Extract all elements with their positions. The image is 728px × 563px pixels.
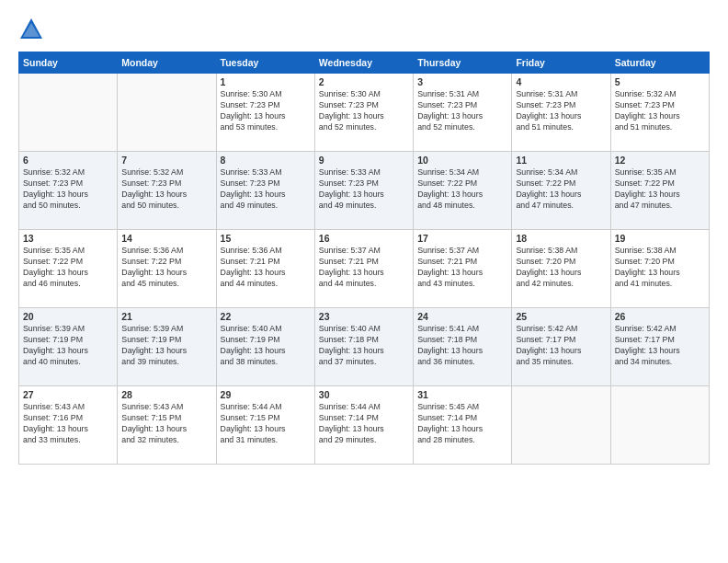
day-cell: 22Sunrise: 5:40 AM Sunset: 7:19 PM Dayli… bbox=[216, 308, 314, 386]
weekday-header-tuesday: Tuesday bbox=[216, 52, 314, 74]
day-number: 30 bbox=[319, 389, 409, 400]
day-cell: 2Sunrise: 5:30 AM Sunset: 7:23 PM Daylig… bbox=[314, 74, 413, 152]
day-number: 18 bbox=[516, 233, 606, 244]
day-info: Sunrise: 5:40 AM Sunset: 7:18 PM Dayligh… bbox=[319, 324, 409, 368]
day-info: Sunrise: 5:37 AM Sunset: 7:21 PM Dayligh… bbox=[319, 246, 409, 290]
day-number: 10 bbox=[417, 155, 507, 166]
day-cell: 11Sunrise: 5:34 AM Sunset: 7:22 PM Dayli… bbox=[512, 152, 610, 230]
day-cell: 28Sunrise: 5:43 AM Sunset: 7:15 PM Dayli… bbox=[118, 386, 216, 465]
day-info: Sunrise: 5:30 AM Sunset: 7:23 PM Dayligh… bbox=[221, 89, 311, 133]
day-number: 3 bbox=[417, 76, 507, 87]
day-cell bbox=[19, 74, 118, 152]
day-info: Sunrise: 5:32 AM Sunset: 7:23 PM Dayligh… bbox=[23, 167, 113, 212]
day-number: 24 bbox=[417, 311, 507, 322]
day-number: 9 bbox=[319, 155, 409, 166]
day-number: 7 bbox=[121, 155, 211, 166]
day-cell: 26Sunrise: 5:42 AM Sunset: 7:17 PM Dayli… bbox=[610, 308, 709, 386]
day-cell: 17Sunrise: 5:37 AM Sunset: 7:21 PM Dayli… bbox=[414, 230, 512, 308]
day-info: Sunrise: 5:44 AM Sunset: 7:14 PM Dayligh… bbox=[319, 402, 409, 446]
day-number: 1 bbox=[221, 76, 311, 87]
header bbox=[18, 17, 710, 42]
day-info: Sunrise: 5:42 AM Sunset: 7:17 PM Dayligh… bbox=[516, 324, 606, 368]
day-number: 5 bbox=[615, 76, 705, 87]
day-info: Sunrise: 5:39 AM Sunset: 7:19 PM Dayligh… bbox=[23, 324, 113, 368]
day-cell: 10Sunrise: 5:34 AM Sunset: 7:22 PM Dayli… bbox=[414, 152, 512, 230]
day-info: Sunrise: 5:43 AM Sunset: 7:15 PM Dayligh… bbox=[121, 402, 211, 446]
day-number: 17 bbox=[417, 233, 507, 244]
day-cell: 25Sunrise: 5:42 AM Sunset: 7:17 PM Dayli… bbox=[512, 308, 610, 386]
week-row-3: 13Sunrise: 5:35 AM Sunset: 7:22 PM Dayli… bbox=[19, 230, 710, 308]
day-number: 19 bbox=[615, 233, 705, 244]
day-number: 11 bbox=[516, 155, 606, 166]
day-info: Sunrise: 5:34 AM Sunset: 7:22 PM Dayligh… bbox=[516, 167, 606, 212]
day-info: Sunrise: 5:44 AM Sunset: 7:15 PM Dayligh… bbox=[221, 402, 311, 446]
weekday-header-saturday: Saturday bbox=[610, 52, 709, 74]
day-cell: 4Sunrise: 5:31 AM Sunset: 7:23 PM Daylig… bbox=[512, 74, 610, 152]
day-cell: 16Sunrise: 5:37 AM Sunset: 7:21 PM Dayli… bbox=[314, 230, 413, 308]
day-cell: 15Sunrise: 5:36 AM Sunset: 7:21 PM Dayli… bbox=[216, 230, 314, 308]
day-number: 21 bbox=[121, 311, 211, 322]
day-info: Sunrise: 5:35 AM Sunset: 7:22 PM Dayligh… bbox=[23, 246, 113, 290]
day-cell: 3Sunrise: 5:31 AM Sunset: 7:23 PM Daylig… bbox=[414, 74, 512, 152]
day-info: Sunrise: 5:35 AM Sunset: 7:22 PM Dayligh… bbox=[615, 167, 705, 212]
day-cell: 14Sunrise: 5:36 AM Sunset: 7:22 PM Dayli… bbox=[118, 230, 216, 308]
week-row-1: 1Sunrise: 5:30 AM Sunset: 7:23 PM Daylig… bbox=[19, 74, 710, 152]
day-cell: 12Sunrise: 5:35 AM Sunset: 7:22 PM Dayli… bbox=[610, 152, 709, 230]
day-number: 15 bbox=[221, 233, 311, 244]
day-cell: 6Sunrise: 5:32 AM Sunset: 7:23 PM Daylig… bbox=[19, 152, 118, 230]
day-info: Sunrise: 5:45 AM Sunset: 7:14 PM Dayligh… bbox=[417, 402, 507, 446]
day-number: 31 bbox=[417, 389, 507, 400]
day-number: 29 bbox=[221, 389, 311, 400]
day-cell bbox=[512, 386, 610, 465]
day-info: Sunrise: 5:37 AM Sunset: 7:21 PM Dayligh… bbox=[417, 246, 507, 290]
day-number: 6 bbox=[23, 155, 113, 166]
day-number: 20 bbox=[23, 311, 113, 322]
logo-icon bbox=[18, 17, 44, 42]
weekday-header-row: SundayMondayTuesdayWednesdayThursdayFrid… bbox=[19, 52, 710, 74]
day-cell: 20Sunrise: 5:39 AM Sunset: 7:19 PM Dayli… bbox=[19, 308, 118, 386]
logo bbox=[18, 17, 48, 42]
day-cell: 18Sunrise: 5:38 AM Sunset: 7:20 PM Dayli… bbox=[512, 230, 610, 308]
day-number: 26 bbox=[615, 311, 705, 322]
day-cell: 31Sunrise: 5:45 AM Sunset: 7:14 PM Dayli… bbox=[414, 386, 512, 465]
day-number: 13 bbox=[23, 233, 113, 244]
day-info: Sunrise: 5:36 AM Sunset: 7:22 PM Dayligh… bbox=[121, 246, 211, 290]
day-info: Sunrise: 5:32 AM Sunset: 7:23 PM Dayligh… bbox=[121, 167, 211, 212]
day-info: Sunrise: 5:38 AM Sunset: 7:20 PM Dayligh… bbox=[615, 246, 705, 290]
calendar: SundayMondayTuesdayWednesdayThursdayFrid… bbox=[18, 52, 710, 465]
day-number: 27 bbox=[23, 389, 113, 400]
day-number: 12 bbox=[615, 155, 705, 166]
day-cell: 30Sunrise: 5:44 AM Sunset: 7:14 PM Dayli… bbox=[314, 386, 413, 465]
day-cell: 29Sunrise: 5:44 AM Sunset: 7:15 PM Dayli… bbox=[216, 386, 314, 465]
day-number: 14 bbox=[121, 233, 211, 244]
day-info: Sunrise: 5:33 AM Sunset: 7:23 PM Dayligh… bbox=[319, 167, 409, 212]
day-cell bbox=[610, 386, 709, 465]
day-info: Sunrise: 5:34 AM Sunset: 7:22 PM Dayligh… bbox=[417, 167, 507, 212]
day-cell: 24Sunrise: 5:41 AM Sunset: 7:18 PM Dayli… bbox=[414, 308, 512, 386]
day-cell: 13Sunrise: 5:35 AM Sunset: 7:22 PM Dayli… bbox=[19, 230, 118, 308]
day-number: 16 bbox=[319, 233, 409, 244]
day-info: Sunrise: 5:40 AM Sunset: 7:19 PM Dayligh… bbox=[221, 324, 311, 368]
day-cell: 9Sunrise: 5:33 AM Sunset: 7:23 PM Daylig… bbox=[314, 152, 413, 230]
day-info: Sunrise: 5:36 AM Sunset: 7:21 PM Dayligh… bbox=[221, 246, 311, 290]
weekday-header-thursday: Thursday bbox=[414, 52, 512, 74]
day-number: 4 bbox=[516, 76, 606, 87]
weekday-header-monday: Monday bbox=[118, 52, 216, 74]
day-number: 22 bbox=[221, 311, 311, 322]
day-cell: 27Sunrise: 5:43 AM Sunset: 7:16 PM Dayli… bbox=[19, 386, 118, 465]
page: SundayMondayTuesdayWednesdayThursdayFrid… bbox=[0, 0, 728, 563]
weekday-header-sunday: Sunday bbox=[19, 52, 118, 74]
day-cell: 1Sunrise: 5:30 AM Sunset: 7:23 PM Daylig… bbox=[216, 74, 314, 152]
day-number: 8 bbox=[221, 155, 311, 166]
week-row-4: 20Sunrise: 5:39 AM Sunset: 7:19 PM Dayli… bbox=[19, 308, 710, 386]
weekday-header-wednesday: Wednesday bbox=[314, 52, 413, 74]
day-cell: 21Sunrise: 5:39 AM Sunset: 7:19 PM Dayli… bbox=[118, 308, 216, 386]
day-info: Sunrise: 5:33 AM Sunset: 7:23 PM Dayligh… bbox=[221, 167, 311, 212]
day-info: Sunrise: 5:38 AM Sunset: 7:20 PM Dayligh… bbox=[516, 246, 606, 290]
day-number: 28 bbox=[121, 389, 211, 400]
day-number: 2 bbox=[319, 76, 409, 87]
day-cell: 8Sunrise: 5:33 AM Sunset: 7:23 PM Daylig… bbox=[216, 152, 314, 230]
day-info: Sunrise: 5:41 AM Sunset: 7:18 PM Dayligh… bbox=[417, 324, 507, 368]
weekday-header-friday: Friday bbox=[512, 52, 610, 74]
day-number: 25 bbox=[516, 311, 606, 322]
